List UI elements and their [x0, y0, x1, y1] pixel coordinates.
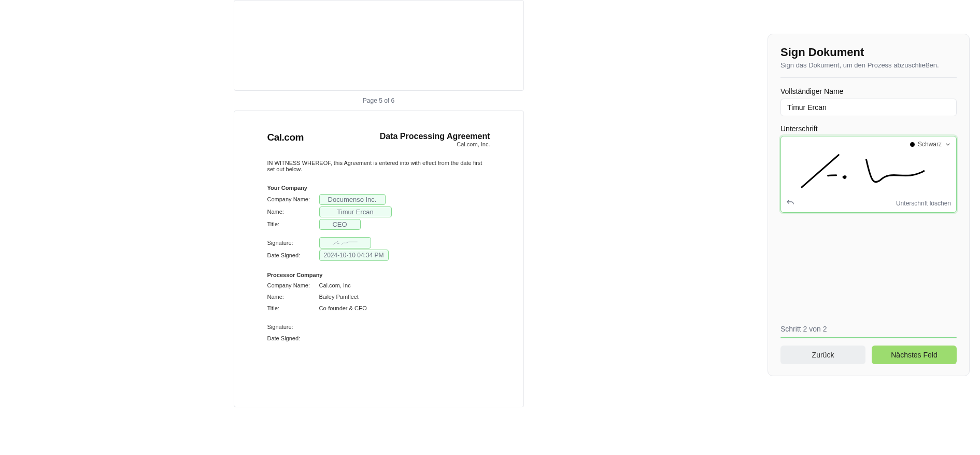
proc-value-title: Co-founder & CEO	[319, 305, 367, 311]
field-company-name[interactable]: Documenso Inc.	[319, 194, 386, 205]
document-subtitle: Cal.com, Inc.	[380, 141, 490, 147]
full-name-label: Vollständiger Name	[780, 87, 957, 95]
sign-sidebar-card: Sign Dokument Sign das Dokument, um den …	[768, 34, 970, 376]
brand-logo: Cal.com	[267, 132, 304, 143]
field-signature[interactable]	[319, 237, 371, 249]
next-field-button[interactable]: Nächstes Feld	[872, 346, 957, 364]
field-date-signed[interactable]: 2024-10-10 04:34 PM	[319, 250, 389, 261]
document-body: IN WITNESS WHEREOF, this Agreement is en…	[267, 160, 490, 343]
processor-company-heading: Processor Company	[267, 272, 490, 278]
proc-label-company-name: Company Name:	[267, 282, 319, 288]
sidebar-subtitle: Sign das Dokument, um den Prozess abzusc…	[780, 61, 957, 69]
back-button[interactable]: Zurück	[780, 346, 865, 364]
label-company-name: Company Name:	[267, 196, 319, 202]
proc-label-name: Name:	[267, 294, 319, 300]
document-title-wrap: Data Processing Agreement Cal.com, Inc.	[380, 132, 490, 147]
label-title: Title:	[267, 221, 319, 227]
field-title[interactable]: CEO	[319, 219, 361, 230]
sidebar-title: Sign Dokument	[780, 46, 957, 59]
sign-sidebar-pane: Sign Dokument Sign das Dokument, um den …	[757, 0, 980, 455]
signature-label: Unterschrift	[780, 125, 957, 133]
sidebar-divider	[780, 77, 957, 78]
proc-label-signature: Signature:	[267, 324, 319, 330]
full-name-input[interactable]	[780, 99, 957, 116]
step-indicator: Schritt 2 von 2	[780, 325, 957, 333]
mini-signature-icon	[332, 240, 358, 245]
proc-label-date-signed: Date Signed:	[267, 335, 319, 341]
signature-drawing	[781, 136, 956, 205]
proc-value-company-name: Cal.com, Inc	[319, 282, 351, 288]
label-signature: Signature:	[267, 240, 319, 246]
sidebar-footer: Schritt 2 von 2 Zurück Nächstes Feld	[780, 325, 957, 364]
progress-fill	[780, 337, 957, 338]
proc-label-title: Title:	[267, 305, 319, 311]
field-name[interactable]: Timur Ercan	[319, 206, 392, 217]
label-name: Name:	[267, 209, 319, 215]
signature-pad[interactable]: Schwarz Unterschrift löschen	[780, 136, 957, 213]
proc-value-name: Bailey Pumfleet	[319, 294, 359, 300]
document-header: Cal.com Data Processing Agreement Cal.co…	[267, 132, 490, 147]
label-date-signed: Date Signed:	[267, 252, 319, 258]
document-page: Cal.com Data Processing Agreement Cal.co…	[234, 111, 524, 407]
clear-signature-button[interactable]: Unterschrift löschen	[896, 200, 951, 207]
undo-icon	[786, 198, 794, 206]
witness-paragraph: IN WITNESS WHEREOF, this Agreement is en…	[267, 160, 490, 172]
undo-signature-button[interactable]	[786, 198, 794, 208]
previous-page-placeholder	[234, 0, 524, 91]
your-company-heading: Your Company	[267, 185, 490, 191]
document-title: Data Processing Agreement	[380, 132, 490, 141]
document-viewer-pane: Page 5 of 6 Cal.com Data Processing Agre…	[0, 0, 757, 455]
page-indicator: Page 5 of 6	[363, 97, 394, 104]
progress-bar	[780, 337, 957, 338]
